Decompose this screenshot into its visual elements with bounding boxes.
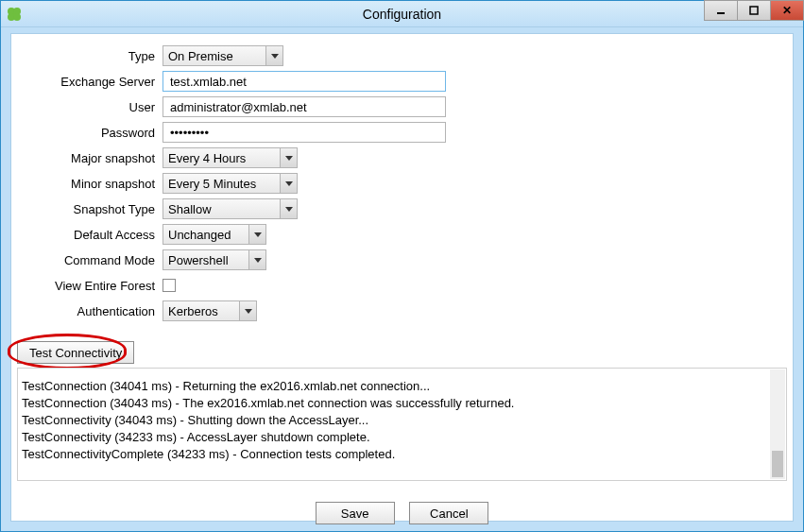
chevron-down-icon[interactable]	[239, 301, 256, 320]
close-button[interactable]: ✕	[770, 0, 804, 21]
save-button[interactable]: Save	[316, 502, 395, 524]
maximize-button[interactable]	[737, 0, 771, 21]
command-mode-value: Powershell	[168, 253, 229, 267]
cancel-button[interactable]: Cancel	[409, 502, 488, 524]
default-access-value: Unchanged	[168, 228, 231, 242]
svg-rect-4	[717, 12, 725, 14]
major-snapshot-label: Major snapshot	[21, 151, 163, 165]
chevron-down-icon[interactable]	[248, 225, 265, 244]
svg-rect-5	[750, 7, 758, 14]
log-line: TestConnectivityComplete (34233 ms) - Co…	[22, 446, 769, 463]
command-mode-label: Command Mode	[21, 253, 163, 267]
authentication-combo[interactable]: Kerberos	[163, 300, 257, 321]
major-snapshot-combo[interactable]: Every 4 Hours	[163, 147, 298, 168]
user-input[interactable]	[168, 99, 440, 115]
default-access-label: Default Access	[21, 228, 163, 242]
exchange-server-field[interactable]	[163, 71, 446, 92]
log-line: TestConnectivity (34043 ms) - Shutting d…	[22, 412, 769, 429]
password-field[interactable]	[163, 122, 446, 143]
log-scrollbar[interactable]	[770, 369, 785, 479]
minor-snapshot-combo[interactable]: Every 5 Minutes	[163, 173, 298, 194]
minimize-button[interactable]	[704, 0, 738, 21]
log-output: TestConnection (34041 ms) - Returning th…	[17, 368, 787, 481]
exchange-server-label: Exchange Server	[21, 75, 163, 89]
exchange-server-input[interactable]	[168, 74, 440, 90]
snapshot-type-value: Shallow	[168, 202, 212, 216]
view-entire-forest-checkbox[interactable]	[163, 279, 176, 292]
snapshot-type-combo[interactable]: Shallow	[163, 198, 298, 219]
log-line: TestConnectivity (34233 ms) - AccessLaye…	[22, 429, 769, 446]
chevron-down-icon[interactable]	[280, 148, 297, 167]
window-frame: Configuration ✕ Type On Premise Exchange…	[0, 0, 804, 532]
client-area: Type On Premise Exchange Server User	[10, 33, 794, 522]
window-title: Configuration	[1, 7, 803, 22]
authentication-value: Kerberos	[168, 304, 218, 318]
chevron-down-icon[interactable]	[265, 46, 282, 65]
minor-snapshot-value: Every 5 Minutes	[168, 177, 256, 191]
type-combo[interactable]: On Premise	[163, 45, 283, 66]
svg-point-3	[13, 13, 21, 21]
footer-buttons: Save Cancel	[11, 502, 793, 524]
type-value: On Premise	[168, 49, 233, 63]
log-line: TestConnection (34041 ms) - Returning th…	[22, 378, 769, 395]
titlebar[interactable]: Configuration ✕	[1, 1, 803, 27]
command-mode-combo[interactable]: Powershell	[163, 249, 266, 270]
authentication-label: Authentication	[21, 304, 163, 318]
chevron-down-icon[interactable]	[280, 174, 297, 193]
log-line	[22, 370, 769, 378]
app-icon	[1, 7, 27, 22]
password-label: Password	[21, 126, 163, 140]
chevron-down-icon[interactable]	[280, 199, 297, 218]
scroll-thumb[interactable]	[772, 451, 783, 477]
type-label: Type	[21, 49, 163, 63]
snapshot-type-label: Snapshot Type	[21, 202, 163, 216]
configuration-form: Type On Premise Exchange Server User	[11, 34, 793, 323]
user-field[interactable]	[163, 96, 446, 117]
password-input[interactable]	[168, 125, 440, 141]
user-label: User	[21, 100, 163, 114]
major-snapshot-value: Every 4 Hours	[168, 151, 246, 165]
default-access-combo[interactable]: Unchanged	[163, 224, 266, 245]
chevron-down-icon[interactable]	[248, 250, 265, 269]
log-line: TestConnection (34043 ms) - The ex2016.x…	[22, 395, 769, 412]
view-entire-forest-label: View Entire Forest	[21, 279, 163, 293]
test-connectivity-button[interactable]: Test Connectivity	[17, 341, 134, 364]
minor-snapshot-label: Minor snapshot	[21, 177, 163, 191]
